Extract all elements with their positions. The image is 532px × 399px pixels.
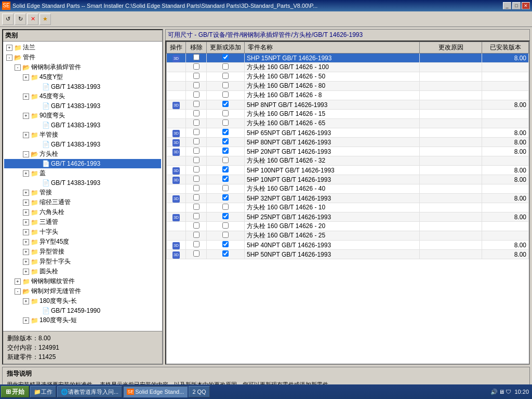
tree-item-steel-butt[interactable]: - 📂 钢制对焊无缝管件 xyxy=(4,286,161,296)
tree-item-fittings[interactable]: - 📂 管件 xyxy=(4,52,161,62)
remove-cell[interactable] xyxy=(186,194,207,203)
table-container[interactable]: 操作 移除 更新或添加 零件名称 更改原因 已安装版本 3DSHP 15NPT … xyxy=(165,41,530,365)
tree-item-cap[interactable]: + 📁 盖 xyxy=(4,168,161,178)
update-cell[interactable] xyxy=(207,147,245,156)
update-cell[interactable] xyxy=(207,63,245,72)
remove-cell[interactable] xyxy=(186,166,207,175)
update-cell[interactable] xyxy=(207,166,245,175)
toggle-fittings[interactable]: - xyxy=(6,55,12,61)
remove-checkbox[interactable] xyxy=(193,185,200,191)
update-cell[interactable] xyxy=(207,100,245,110)
tree-item-gb14383-1[interactable]: 📄 GB/T 14383-1993 xyxy=(4,82,161,91)
tree-item-reducer-tee[interactable]: + 📁 缩径三通管 xyxy=(4,197,161,207)
remove-checkbox[interactable] xyxy=(193,110,200,116)
update-cell[interactable] xyxy=(207,241,245,250)
update-checkbox[interactable] xyxy=(222,63,229,70)
update-checkbox[interactable] xyxy=(222,194,229,201)
minimize-button[interactable]: _ xyxy=(503,2,511,9)
update-checkbox[interactable] xyxy=(222,232,229,238)
update-checkbox[interactable] xyxy=(222,176,229,182)
toggle-halfcoupling[interactable]: + xyxy=(23,132,29,138)
back-button[interactable]: ↺ xyxy=(2,14,14,25)
update-cell[interactable] xyxy=(207,110,245,119)
tree-item-gb14383-4[interactable]: 📄 GB/T 14383-1993 xyxy=(4,140,161,149)
tree-item-180long[interactable]: + 📁 180度弯头-长 xyxy=(4,296,161,306)
forward-button[interactable]: ↻ xyxy=(15,14,26,25)
remove-checkbox[interactable] xyxy=(193,194,200,201)
remove-cell[interactable] xyxy=(186,222,207,231)
update-cell[interactable] xyxy=(207,203,245,212)
remove-checkbox[interactable] xyxy=(193,138,200,144)
tree-item-gb14383-5[interactable]: 📄 GB/T 14383-1993 xyxy=(4,178,161,188)
update-checkbox[interactable] xyxy=(222,119,229,126)
update-checkbox[interactable] xyxy=(222,73,229,79)
toggle-cross[interactable]: + xyxy=(23,229,29,235)
update-checkbox[interactable] xyxy=(222,110,229,116)
update-cell[interactable] xyxy=(207,128,245,138)
toggle-elbow45[interactable]: + xyxy=(23,239,29,245)
update-cell[interactable] xyxy=(207,175,245,184)
remove-checkbox[interactable] xyxy=(193,73,200,79)
update-cell[interactable] xyxy=(207,91,245,100)
toggle-180short[interactable]: + xyxy=(23,317,29,324)
update-cell[interactable] xyxy=(207,54,245,63)
taskbar-item-solidedge[interactable]: SE Solid Edge Stand... xyxy=(123,386,188,397)
update-checkbox[interactable] xyxy=(222,241,229,247)
update-checkbox[interactable] xyxy=(222,129,229,135)
remove-cell[interactable] xyxy=(186,203,207,212)
remove-checkbox[interactable] xyxy=(193,232,200,238)
tree-item-cross-head[interactable]: + 📁 异型十字头 xyxy=(4,257,161,267)
tree-item-halfcoupling[interactable]: + 📁 半管接 xyxy=(4,130,161,140)
update-checkbox[interactable] xyxy=(222,138,229,144)
remove-cell[interactable] xyxy=(186,250,207,259)
tree-item-sqplug[interactable]: - 📂 方头栓 xyxy=(4,149,161,159)
update-checkbox[interactable] xyxy=(222,166,229,172)
star-button[interactable]: ★ xyxy=(39,14,51,25)
remove-checkbox[interactable] xyxy=(193,166,200,172)
tree-item-reducer[interactable]: + 📁 异型管接 xyxy=(4,247,161,257)
remove-checkbox[interactable] xyxy=(193,204,200,210)
tree-item-gb14626[interactable]: 📄 GB/T 14626-1993 xyxy=(4,159,161,168)
update-cell[interactable] xyxy=(207,156,245,166)
toggle-steel-thread[interactable]: + xyxy=(15,278,21,285)
remove-cell[interactable] xyxy=(186,82,207,91)
toggle-sqplug[interactable]: - xyxy=(23,151,29,157)
remove-cell[interactable] xyxy=(186,184,207,194)
toggle-steel[interactable]: - xyxy=(15,64,21,71)
remove-checkbox[interactable] xyxy=(193,54,200,60)
remove-cell[interactable] xyxy=(186,72,207,82)
update-checkbox[interactable] xyxy=(222,222,229,229)
toggle-round-plug[interactable]: + xyxy=(23,269,29,275)
remove-cell[interactable] xyxy=(186,241,207,250)
taskbar-item-work[interactable]: 📁 工作 xyxy=(30,386,56,397)
tree-item-45elbow[interactable]: + 📁 45度弯头 xyxy=(4,91,161,101)
stop-button[interactable]: ✕ xyxy=(27,14,38,25)
update-cell[interactable] xyxy=(207,119,245,128)
remove-checkbox[interactable] xyxy=(193,119,200,126)
toggle-45elbow[interactable]: + xyxy=(23,94,29,100)
tree-item-gb12459[interactable]: 📄 GB/T 12459-1990 xyxy=(4,306,161,315)
toggle-coupling[interactable]: + xyxy=(23,190,29,196)
toggle-flanges[interactable]: + xyxy=(6,45,12,51)
update-checkbox[interactable] xyxy=(222,204,229,210)
tree-item-gb14383-2[interactable]: 📄 GB/T 14383-1993 xyxy=(4,101,161,111)
toggle-180long[interactable]: + xyxy=(23,298,29,304)
update-checkbox[interactable] xyxy=(222,213,229,219)
remove-cell[interactable] xyxy=(186,128,207,138)
tree-item-hex-plug[interactable]: + 📁 六角头栓 xyxy=(4,207,161,217)
remove-checkbox[interactable] xyxy=(193,82,200,88)
toggle-steel-butt[interactable]: - xyxy=(15,288,21,295)
maximize-button[interactable]: □ xyxy=(512,2,521,9)
update-cell[interactable] xyxy=(207,231,245,241)
update-cell[interactable] xyxy=(207,184,245,194)
update-checkbox[interactable] xyxy=(222,54,229,60)
remove-cell[interactable] xyxy=(186,156,207,166)
remove-cell[interactable] xyxy=(186,119,207,128)
taskbar-item-browser[interactable]: 🌐 请教管道库导入问... xyxy=(57,386,122,397)
tree-item-flanges[interactable]: + 📁 法兰 xyxy=(4,43,161,52)
remove-checkbox[interactable] xyxy=(193,213,200,219)
remove-cell[interactable] xyxy=(186,231,207,241)
update-cell[interactable] xyxy=(207,250,245,259)
tree-item-90elbow[interactable]: + 📁 90度弯头 xyxy=(4,111,161,121)
update-cell[interactable] xyxy=(207,194,245,203)
